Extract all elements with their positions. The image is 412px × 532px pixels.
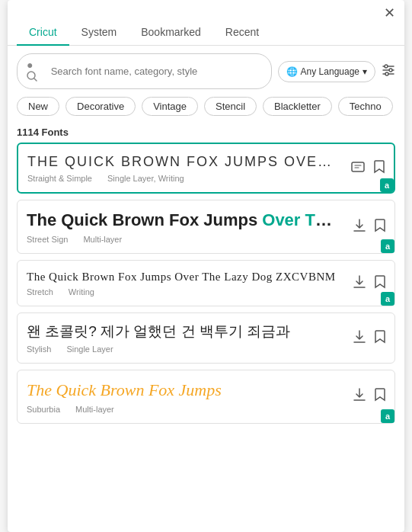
svg-point-6	[389, 69, 392, 72]
font-meta-2: Street Sign Multi-layer	[27, 235, 385, 244]
chip-techno[interactable]: Techno	[338, 97, 393, 116]
preview-button-1[interactable]	[350, 160, 366, 176]
font-preview-5: The Quick Brown Fox Jumps	[27, 380, 385, 402]
font-list: THE QUICK BROWN FOX JUMPS OVER THE LAZY …	[8, 143, 404, 532]
font-actions-1	[350, 159, 386, 178]
bookmark-button-4[interactable]	[373, 328, 387, 348]
badge-a-1: a	[380, 178, 394, 192]
language-button[interactable]: 🌐 Any Language ▾	[278, 61, 375, 82]
download-button-4[interactable]	[352, 328, 367, 348]
badge-a-2: a	[381, 239, 394, 253]
font-name-3: Stretch	[27, 287, 53, 296]
font-item-5[interactable]: The Quick Brown Fox Jumps Suburbia Multi…	[17, 370, 395, 424]
font-preview-3: The Quick Brown Fox Jumps Over The Lazy …	[27, 270, 385, 285]
font-tag-3: Writing	[69, 287, 94, 296]
font-actions-5	[352, 386, 387, 406]
font-tag-5: Multi-layer	[75, 405, 114, 414]
font-preview-1: THE QUICK BROWN FOX JUMPS OVER THE LAZY …	[27, 153, 385, 171]
font-actions-2	[352, 217, 387, 237]
search-box: ●	[17, 53, 272, 89]
badge-a-3: a	[381, 292, 394, 306]
chip-vintage[interactable]: Vintage	[142, 97, 198, 116]
chip-stencil[interactable]: Stencil	[204, 97, 257, 116]
download-button-5[interactable]	[352, 386, 367, 406]
chevron-down-icon: ▾	[362, 66, 367, 77]
search-input[interactable]	[51, 66, 262, 77]
font-item-4[interactable]: 왠 초콜릿? 제가 얼했던 건 백투기 죄금과 Stylish Single L…	[17, 312, 395, 364]
bookmark-button-2[interactable]	[373, 217, 387, 237]
font-preview-2-teal: Over The J	[257, 210, 349, 229]
badge-a-5: a	[381, 409, 394, 423]
font-tag-1: Single Layer, Writing	[107, 174, 184, 183]
font-actions-4	[352, 328, 387, 348]
font-item-2[interactable]: The Quick Brown Fox Jumps Over The J Str…	[17, 200, 395, 254]
globe-icon: 🌐	[286, 66, 298, 77]
svg-point-5	[385, 65, 388, 68]
font-meta-5: Suburbia Multi-layer	[27, 405, 385, 414]
tabs-bar: Cricut System Bookmarked Recent	[8, 20, 404, 46]
font-meta-1: Straight & Simple Single Layer, Writing	[27, 174, 385, 183]
font-meta-4: Stylish Single Layer	[27, 345, 385, 354]
font-name-5: Suburbia	[27, 405, 60, 414]
font-preview-2-black: The Quick Brown Fox Jumps	[27, 210, 257, 229]
font-name-2: Street Sign	[27, 235, 68, 244]
font-actions-3	[352, 274, 387, 293]
tab-system[interactable]: System	[69, 20, 129, 46]
tab-bookmarked[interactable]: Bookmarked	[129, 20, 213, 46]
download-button-2[interactable]	[352, 217, 367, 237]
chip-new[interactable]: New	[17, 97, 59, 116]
font-item-1[interactable]: THE QUICK BROWN FOX JUMPS OVER THE LAZY …	[17, 143, 395, 194]
chip-decorative[interactable]: Decorative	[65, 97, 136, 116]
font-tag-4: Single Layer	[66, 345, 113, 354]
svg-line-1	[34, 79, 37, 81]
bookmark-button-1[interactable]	[372, 159, 386, 178]
search-icon: ●	[27, 59, 45, 84]
svg-rect-8	[352, 162, 364, 171]
close-button[interactable]: ✕	[384, 6, 395, 20]
chips-row: New Decorative Vintage Stencil Blacklett…	[8, 97, 404, 123]
font-name-4: Stylish	[27, 345, 51, 354]
font-preview-2: The Quick Brown Fox Jumps Over The J	[27, 210, 385, 232]
font-item-3[interactable]: The Quick Brown Fox Jumps Over The Lazy …	[17, 260, 395, 307]
tab-cricut[interactable]: Cricut	[17, 20, 69, 46]
svg-point-7	[385, 72, 388, 75]
font-tag-2: Multi-layer	[83, 235, 122, 244]
bookmark-button-3[interactable]	[373, 274, 387, 293]
chip-blackletter[interactable]: Blackletter	[263, 97, 332, 116]
font-preview-4: 왠 초콜릿? 제가 얼했던 건 백투기 죄금과	[27, 322, 385, 341]
font-name-1: Straight & Simple	[27, 174, 92, 183]
download-button-3[interactable]	[352, 274, 367, 293]
language-label: Any Language	[301, 66, 359, 77]
font-meta-3: Stretch Writing	[27, 287, 385, 296]
top-bar: ✕	[8, 0, 404, 20]
font-count: 1114 Fonts	[8, 123, 404, 143]
search-row: ● 🌐 Any Language ▾	[8, 46, 404, 97]
filter-button[interactable]	[382, 63, 395, 80]
bookmark-button-5[interactable]	[373, 386, 387, 406]
font-panel: ✕ Cricut System Bookmarked Recent ● 🌐 An…	[8, 0, 404, 532]
tab-recent[interactable]: Recent	[213, 20, 271, 46]
